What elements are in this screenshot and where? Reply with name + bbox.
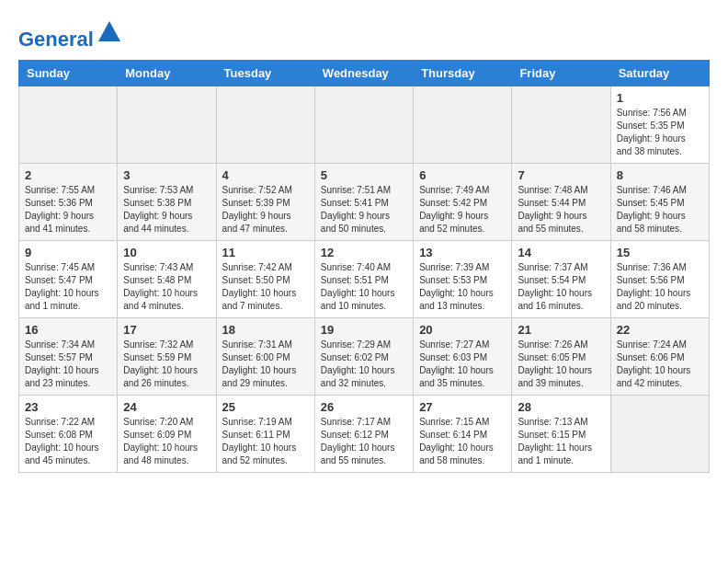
calendar-cell: 26Sunrise: 7:17 AM Sunset: 6:12 PM Dayli… <box>314 396 413 473</box>
day-number: 11 <box>222 246 309 259</box>
calendar-cell: 11Sunrise: 7:42 AM Sunset: 5:50 PM Dayli… <box>216 241 314 318</box>
day-number: 8 <box>617 168 703 182</box>
day-number: 2 <box>25 168 111 182</box>
calendar-cell: 18Sunrise: 7:31 AM Sunset: 6:00 PM Dayli… <box>216 318 314 396</box>
day-info: Sunrise: 7:31 AM Sunset: 6:00 PM Dayligh… <box>222 339 309 390</box>
calendar-cell: 24Sunrise: 7:20 AM Sunset: 6:09 PM Dayli… <box>118 396 216 473</box>
day-number: 27 <box>419 400 506 414</box>
day-number: 17 <box>123 323 210 337</box>
calendar-cell <box>414 86 512 164</box>
calendar-cell: 22Sunrise: 7:24 AM Sunset: 6:06 PM Dayli… <box>610 318 709 396</box>
day-number: 22 <box>617 323 703 337</box>
calendar-cell: 12Sunrise: 7:40 AM Sunset: 5:51 PM Dayli… <box>314 241 413 318</box>
day-info: Sunrise: 7:55 AM Sunset: 5:36 PM Dayligh… <box>25 184 111 236</box>
calendar-header-sunday: Sunday <box>19 61 118 86</box>
day-info: Sunrise: 7:37 AM Sunset: 5:54 PM Dayligh… <box>518 261 604 313</box>
calendar-cell: 13Sunrise: 7:39 AM Sunset: 5:53 PM Dayli… <box>414 241 512 318</box>
day-info: Sunrise: 7:53 AM Sunset: 5:38 PM Dayligh… <box>123 184 210 236</box>
calendar-cell: 25Sunrise: 7:19 AM Sunset: 6:11 PM Dayli… <box>216 396 314 473</box>
calendar-week-row: 1Sunrise: 7:56 AM Sunset: 5:35 PM Daylig… <box>19 86 710 164</box>
calendar-cell: 16Sunrise: 7:34 AM Sunset: 5:57 PM Dayli… <box>19 318 118 396</box>
day-number: 12 <box>321 246 407 259</box>
calendar-cell: 9Sunrise: 7:45 AM Sunset: 5:47 PM Daylig… <box>19 241 118 318</box>
calendar-cell: 19Sunrise: 7:29 AM Sunset: 6:02 PM Dayli… <box>314 318 413 396</box>
day-number: 18 <box>222 323 309 337</box>
day-info: Sunrise: 7:26 AM Sunset: 6:05 PM Dayligh… <box>518 339 604 390</box>
calendar-table: SundayMondayTuesdayWednesdayThursdayFrid… <box>18 60 710 473</box>
day-info: Sunrise: 7:13 AM Sunset: 6:15 PM Dayligh… <box>518 416 604 467</box>
day-info: Sunrise: 7:48 AM Sunset: 5:44 PM Dayligh… <box>518 184 604 236</box>
calendar-cell: 17Sunrise: 7:32 AM Sunset: 5:59 PM Dayli… <box>118 318 216 396</box>
calendar-cell <box>610 396 709 473</box>
day-info: Sunrise: 7:49 AM Sunset: 5:42 PM Dayligh… <box>419 184 506 236</box>
day-number: 6 <box>419 168 506 182</box>
calendar-header-friday: Friday <box>512 61 610 86</box>
logo: General <box>18 18 123 51</box>
calendar-header-wednesday: Wednesday <box>314 61 413 86</box>
day-number: 23 <box>25 400 111 414</box>
day-info: Sunrise: 7:17 AM Sunset: 6:12 PM Dayligh… <box>321 416 407 467</box>
calendar-cell: 14Sunrise: 7:37 AM Sunset: 5:54 PM Dayli… <box>512 241 610 318</box>
day-info: Sunrise: 7:39 AM Sunset: 5:53 PM Dayligh… <box>419 261 506 313</box>
calendar-cell: 23Sunrise: 7:22 AM Sunset: 6:08 PM Dayli… <box>19 396 118 473</box>
day-info: Sunrise: 7:15 AM Sunset: 6:14 PM Dayligh… <box>419 416 506 467</box>
day-info: Sunrise: 7:22 AM Sunset: 6:08 PM Dayligh… <box>25 416 111 467</box>
day-number: 10 <box>123 246 210 259</box>
day-info: Sunrise: 7:46 AM Sunset: 5:45 PM Dayligh… <box>617 184 703 236</box>
day-number: 14 <box>518 246 604 259</box>
day-number: 26 <box>321 400 407 414</box>
calendar-cell: 5Sunrise: 7:51 AM Sunset: 5:41 PM Daylig… <box>314 164 413 241</box>
day-number: 9 <box>25 246 111 259</box>
day-number: 15 <box>617 246 703 259</box>
day-info: Sunrise: 7:34 AM Sunset: 5:57 PM Dayligh… <box>25 339 111 390</box>
calendar-cell: 21Sunrise: 7:26 AM Sunset: 6:05 PM Dayli… <box>512 318 610 396</box>
day-number: 5 <box>321 168 407 182</box>
day-info: Sunrise: 7:51 AM Sunset: 5:41 PM Dayligh… <box>321 184 407 236</box>
day-number: 3 <box>123 168 210 182</box>
calendar-cell: 20Sunrise: 7:27 AM Sunset: 6:03 PM Dayli… <box>414 318 512 396</box>
day-info: Sunrise: 7:36 AM Sunset: 5:56 PM Dayligh… <box>617 261 703 313</box>
calendar-cell: 7Sunrise: 7:48 AM Sunset: 5:44 PM Daylig… <box>512 164 610 241</box>
day-info: Sunrise: 7:40 AM Sunset: 5:51 PM Dayligh… <box>321 261 407 313</box>
calendar-cell <box>19 86 118 164</box>
calendar-header-tuesday: Tuesday <box>216 61 314 86</box>
logo-text: General <box>18 18 123 51</box>
day-info: Sunrise: 7:45 AM Sunset: 5:47 PM Dayligh… <box>25 261 111 313</box>
calendar-cell: 28Sunrise: 7:13 AM Sunset: 6:15 PM Dayli… <box>512 396 610 473</box>
day-info: Sunrise: 7:56 AM Sunset: 5:35 PM Dayligh… <box>617 107 703 158</box>
day-number: 21 <box>518 323 604 337</box>
day-number: 13 <box>419 246 506 259</box>
calendar-cell: 10Sunrise: 7:43 AM Sunset: 5:48 PM Dayli… <box>118 241 216 318</box>
day-info: Sunrise: 7:29 AM Sunset: 6:02 PM Dayligh… <box>321 339 407 390</box>
calendar-cell: 4Sunrise: 7:52 AM Sunset: 5:39 PM Daylig… <box>216 164 314 241</box>
calendar-header-row: SundayMondayTuesdayWednesdayThursdayFrid… <box>19 61 710 86</box>
calendar-week-row: 16Sunrise: 7:34 AM Sunset: 5:57 PM Dayli… <box>19 318 710 396</box>
day-number: 4 <box>222 168 309 182</box>
calendar-cell: 1Sunrise: 7:56 AM Sunset: 5:35 PM Daylig… <box>610 86 709 164</box>
calendar-cell <box>314 86 413 164</box>
svg-marker-0 <box>98 21 120 41</box>
logo-general: General <box>18 28 94 51</box>
day-number: 1 <box>617 91 703 105</box>
day-info: Sunrise: 7:24 AM Sunset: 6:06 PM Dayligh… <box>617 339 703 390</box>
calendar-cell <box>512 86 610 164</box>
calendar-cell: 6Sunrise: 7:49 AM Sunset: 5:42 PM Daylig… <box>414 164 512 241</box>
day-info: Sunrise: 7:27 AM Sunset: 6:03 PM Dayligh… <box>419 339 506 390</box>
day-info: Sunrise: 7:43 AM Sunset: 5:48 PM Dayligh… <box>123 261 210 313</box>
calendar-header-thursday: Thursday <box>414 61 512 86</box>
day-info: Sunrise: 7:52 AM Sunset: 5:39 PM Dayligh… <box>222 184 309 236</box>
day-info: Sunrise: 7:42 AM Sunset: 5:50 PM Dayligh… <box>222 261 309 313</box>
day-info: Sunrise: 7:32 AM Sunset: 5:59 PM Dayligh… <box>123 339 210 390</box>
calendar-cell <box>118 86 216 164</box>
day-number: 24 <box>123 400 210 414</box>
calendar-header-monday: Monday <box>118 61 216 86</box>
calendar-cell: 15Sunrise: 7:36 AM Sunset: 5:56 PM Dayli… <box>610 241 709 318</box>
day-number: 19 <box>321 323 407 337</box>
calendar-cell: 2Sunrise: 7:55 AM Sunset: 5:36 PM Daylig… <box>19 164 118 241</box>
calendar-cell: 27Sunrise: 7:15 AM Sunset: 6:14 PM Dayli… <box>414 396 512 473</box>
day-number: 7 <box>518 168 604 182</box>
calendar-week-row: 23Sunrise: 7:22 AM Sunset: 6:08 PM Dayli… <box>19 396 710 473</box>
day-number: 28 <box>518 400 604 414</box>
day-info: Sunrise: 7:20 AM Sunset: 6:09 PM Dayligh… <box>123 416 210 467</box>
calendar-cell: 8Sunrise: 7:46 AM Sunset: 5:45 PM Daylig… <box>610 164 709 241</box>
